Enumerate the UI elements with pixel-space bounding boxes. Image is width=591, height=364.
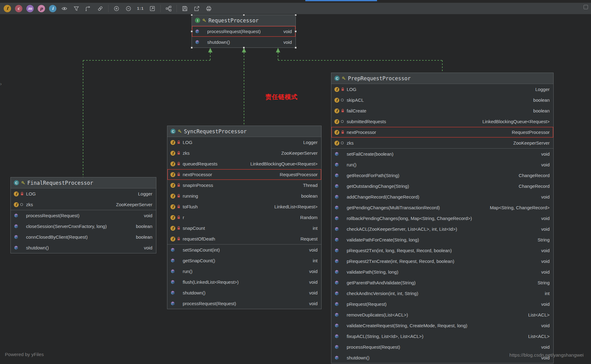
class-header[interactable]: C SyncRequestProcessor xyxy=(167,126,321,137)
constructors-visibility-toggle[interactable]: c xyxy=(15,5,22,12)
field-row[interactable]: fsnapInProcessThread xyxy=(167,180,321,191)
inner-classes-visibility-toggle[interactable]: i xyxy=(49,5,56,12)
field-row[interactable]: fLOGLogger xyxy=(11,188,156,199)
filter-icon[interactable] xyxy=(72,5,80,13)
method-row[interactable]: getRecordForPath(String)ChangeRecord xyxy=(331,170,553,181)
method-row[interactable]: flush(LinkedList<Request>)void xyxy=(167,277,321,287)
method-icon xyxy=(334,227,339,231)
member-name: shutdown() xyxy=(347,355,369,360)
panel-collapse-chevron[interactable]: › xyxy=(0,81,2,87)
method-row[interactable]: getPendingChanges(MultiTransactionRecord… xyxy=(331,202,553,213)
method-row[interactable]: shutdown()void xyxy=(11,242,156,253)
method-row[interactable]: pRequest(Request)void xyxy=(331,299,553,309)
selection-handle[interactable] xyxy=(243,47,245,49)
zoom-out-icon[interactable] xyxy=(124,5,132,13)
field-row[interactable]: frRandom xyxy=(167,212,321,223)
fields-visibility-toggle[interactable]: f xyxy=(4,5,11,12)
field-row[interactable]: fnextProcessorRequestProcessor xyxy=(167,169,321,180)
method-row[interactable]: checkACL(ZooKeeperServer, List<ACL>, int… xyxy=(331,224,553,234)
class-node-preprequestprocessor[interactable]: C PrepRequestProcessor fLOGLoggerfskipAC… xyxy=(331,73,554,363)
member-name: closeSession(ServerCnxnFactory, long) xyxy=(26,224,107,229)
member-type: void xyxy=(537,269,550,275)
link-icon[interactable] xyxy=(96,5,104,13)
class-node-requestprocessor[interactable]: I RequestProcessor processRequest(Reques… xyxy=(192,15,296,48)
method-row[interactable]: run()void xyxy=(331,159,553,170)
method-icon xyxy=(334,237,339,242)
member-type: Logger xyxy=(531,87,550,92)
field-row[interactable]: fnextProcessorRequestProcessor xyxy=(331,127,553,138)
member-name: zks xyxy=(26,202,33,207)
method-row[interactable]: processRequest(Request)void xyxy=(331,342,553,352)
method-row[interactable]: rollbackPendingChanges(long, Map<String,… xyxy=(331,213,553,224)
class-node-finalrequestprocessor[interactable]: C FinalRequestProcessor fLOGLoggerfzksZo… xyxy=(10,177,156,253)
print-icon[interactable] xyxy=(205,5,213,13)
zoom-in-icon[interactable] xyxy=(112,5,120,13)
class-header[interactable]: C PrepRequestProcessor xyxy=(331,73,553,84)
field-row[interactable]: fLOGLogger xyxy=(167,137,321,148)
show-details-eye-icon[interactable] xyxy=(60,5,68,13)
member-type: void xyxy=(305,247,318,252)
properties-visibility-toggle[interactable]: p xyxy=(38,5,45,12)
method-row[interactable]: processRequest(Request)void xyxy=(11,210,156,221)
method-row[interactable]: run()void xyxy=(167,266,321,277)
selection-handle[interactable] xyxy=(295,47,297,49)
edge-routing-icon[interactable] xyxy=(84,5,92,13)
field-icon: f xyxy=(170,151,175,156)
field-icon: f xyxy=(334,108,339,113)
method-row[interactable]: validatePath(String, long)void xyxy=(331,267,553,277)
field-row[interactable]: fLOGLogger xyxy=(331,84,553,95)
private-lock-icon xyxy=(177,215,181,219)
method-row[interactable]: checkAndIncVersion(int, int, String)int xyxy=(331,288,553,299)
method-row[interactable]: setSnapCount(int)void xyxy=(167,245,321,255)
method-row[interactable]: getSnapCount()int xyxy=(167,255,321,266)
field-row[interactable]: fzksZooKeeperServer xyxy=(167,148,321,158)
method-row[interactable]: connClosedByClient(Request)boolean xyxy=(11,232,156,242)
selection-handle[interactable] xyxy=(191,47,193,49)
method-row[interactable]: pRequest2Txn(int, long, Request, Record,… xyxy=(331,245,553,256)
member-type: boolean xyxy=(132,234,152,240)
class-header[interactable]: I RequestProcessor xyxy=(192,15,296,26)
export-icon[interactable] xyxy=(193,5,201,13)
actual-size-button[interactable]: 1:1 xyxy=(136,5,144,13)
method-row[interactable]: getParentPathAndValidate(String)String xyxy=(331,277,553,288)
class-header[interactable]: C FinalRequestProcessor xyxy=(11,177,156,188)
methods-visibility-toggle[interactable]: m xyxy=(26,5,34,12)
method-row[interactable]: getOutstandingChange(String)ChangeRecord xyxy=(331,181,553,191)
field-row[interactable]: fzksZooKeeperServer xyxy=(11,199,156,210)
field-row[interactable]: ftoFlushLinkedList<Request> xyxy=(167,201,321,212)
method-row[interactable]: addChangeRecord(ChangeRecord)void xyxy=(331,191,553,202)
private-lock-icon xyxy=(177,183,181,187)
method-row[interactable]: removeDuplicates(List<ACL>)List<ACL> xyxy=(331,309,553,320)
field-row[interactable]: fqueuedRequestsLinkedBlockingQueue<Reque… xyxy=(167,158,321,169)
member-name: processRequest(Request) xyxy=(26,213,79,218)
method-row[interactable]: closeSession(ServerCnxnFactory, long)boo… xyxy=(11,221,156,232)
method-row[interactable]: fixupACL(String, List<Id>, List<ACL>)Lis… xyxy=(331,331,553,342)
toolbar-separator xyxy=(177,5,177,12)
hide-toolbar-icon[interactable] xyxy=(584,5,588,9)
fit-content-icon[interactable] xyxy=(148,5,156,13)
field-row[interactable]: frunningboolean xyxy=(167,191,321,201)
member-name: getPendingChanges(MultiTransactionRecord… xyxy=(347,205,440,210)
save-icon[interactable] xyxy=(181,5,189,13)
field-row[interactable]: fsnapCountint xyxy=(167,223,321,233)
pattern-annotation[interactable]: 责任链模式 xyxy=(265,93,298,101)
method-row[interactable]: processRequest(Request)void xyxy=(192,26,296,37)
method-row[interactable]: setFailCreate(boolean)void xyxy=(331,149,553,159)
field-row[interactable]: ffailCreateboolean xyxy=(331,105,553,116)
member-type: LinkedList<Request> xyxy=(270,204,318,209)
member-name: addChangeRecord(ChangeRecord) xyxy=(347,194,419,199)
method-row[interactable]: shutdown()void xyxy=(192,37,296,47)
method-row[interactable]: shutdown()void xyxy=(167,287,321,298)
method-row[interactable]: pRequest2TxnCreate(int, Request, Record,… xyxy=(331,256,553,267)
field-row[interactable]: fskipACLboolean xyxy=(331,95,553,105)
field-row[interactable]: fsubmittedRequestsLinkedBlockingQueue<Re… xyxy=(331,116,553,127)
field-row[interactable]: fzksZooKeeperServer xyxy=(331,138,553,148)
selection-handle[interactable] xyxy=(295,30,297,32)
method-row[interactable]: validateCreateRequest(String, CreateMode… xyxy=(331,320,553,331)
selection-handle[interactable] xyxy=(191,30,193,32)
method-row[interactable]: validatePathForCreate(String, long)Strin… xyxy=(331,234,553,245)
method-row[interactable]: processRequest(Request)void xyxy=(167,298,321,309)
field-row[interactable]: frequestOfDeathRequest xyxy=(167,233,321,244)
apply-layout-icon[interactable] xyxy=(165,5,173,13)
class-node-syncrequestprocessor[interactable]: C SyncRequestProcessor fLOGLoggerfzksZoo… xyxy=(167,126,322,309)
